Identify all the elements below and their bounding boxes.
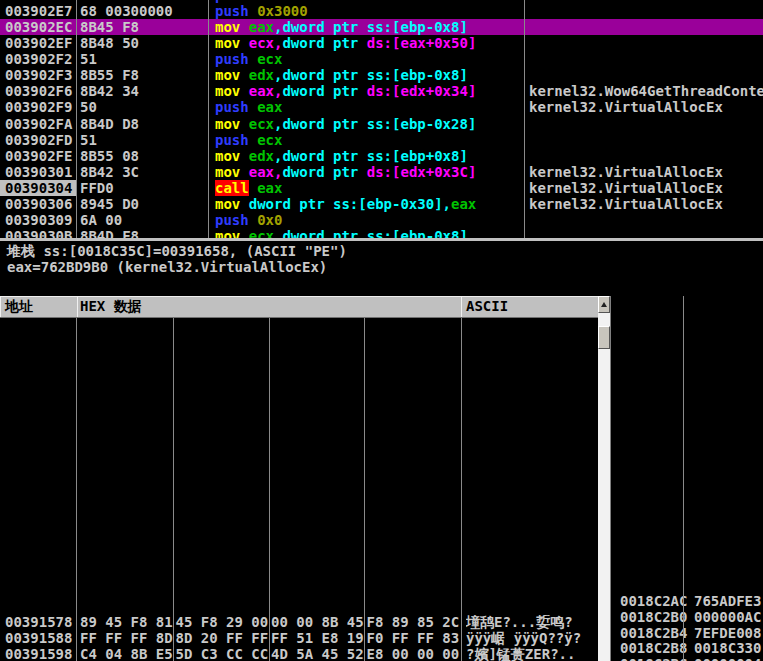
instruction-comment: kernel32.VirtualAllocEx bbox=[529, 196, 763, 212]
dump-hex-group: 00 00 8B 45 bbox=[271, 615, 364, 631]
scroll-up-button[interactable] bbox=[598, 296, 610, 313]
instruction-address: 00390304 bbox=[5, 180, 72, 196]
instruction-opcodes: 8B45 F8 bbox=[80, 19, 139, 35]
instruction-text: mov edx,dword ptr ss:[ebp+0x8] bbox=[215, 148, 468, 164]
instruction-comment: kernel32.VirtualAllocEx bbox=[529, 99, 763, 115]
disasm-row[interactable]: 0039030B8B4D F8mov ecx,dword ptr ss:[ebp… bbox=[0, 228, 763, 238]
dump-hex-group: 5D C3 CC CC bbox=[176, 647, 269, 661]
dump-row[interactable]: 0039157889 45 F8 8145 F8 29 0000 00 8B 4… bbox=[0, 615, 598, 631]
hex-group-divider bbox=[269, 318, 270, 661]
instruction-opcodes: 8945 D0 bbox=[80, 196, 139, 212]
instruction-opcodes: 50 bbox=[80, 99, 97, 115]
disasm-row[interactable]: 003903068945 D0mov dword ptr ss:[ebp-0x3… bbox=[0, 196, 763, 212]
stack-address: 0018C2B8 bbox=[620, 641, 687, 657]
dump-hex-group: 4D 5A 45 52 bbox=[271, 647, 364, 661]
disassembly-pane: push003902E768 00300000push 0x3000003902… bbox=[0, 0, 763, 238]
instruction-address: 003902F2 bbox=[5, 51, 72, 67]
column-divider bbox=[524, 0, 525, 238]
instruction-address: 003902FA bbox=[5, 116, 72, 132]
disasm-row[interactable]: 003902FA8B4D D8mov ecx,dword ptr ss:[ebp… bbox=[0, 116, 763, 132]
stack-row[interactable]: 0018C2B47EFDE008 bbox=[611, 626, 763, 642]
dump-address: 00391578 bbox=[5, 615, 72, 631]
info-line-1: 堆栈 ss:[0018C35C]=00391658, (ASCII "PE") bbox=[7, 244, 347, 259]
disasm-row[interactable]: 003903096A 00push 0x0 bbox=[0, 212, 763, 228]
disasm-row[interactable]: 003902EF8B48 50mov ecx,dword ptr ds:[eax… bbox=[0, 35, 763, 51]
dump-hex-group: F8 89 85 2C bbox=[367, 615, 460, 631]
disasm-row[interactable]: 003902F950push eaxkernel32.VirtualAllocE… bbox=[0, 99, 763, 115]
instruction-address: 003902E7 bbox=[5, 3, 72, 19]
stack-row[interactable]: 0018C2BC00000004 bbox=[611, 657, 763, 661]
dump-address: 00391588 bbox=[5, 631, 72, 647]
dump-hex-group: 45 F8 29 00 bbox=[176, 615, 269, 631]
dump-header-ascii: ASCII bbox=[461, 296, 598, 318]
stack-row[interactable]: 0018C2AC765ADFE3 bbox=[611, 594, 763, 610]
hex-group-divider bbox=[173, 318, 174, 661]
instruction-text: mov eax,dword ptr ds:[edx+0x3C] bbox=[215, 164, 476, 180]
disasm-row[interactable]: 003903018B42 3Cmov eax,dword ptr ds:[edx… bbox=[0, 164, 763, 180]
dump-hex-group: 8D 20 FF FF bbox=[176, 631, 269, 647]
dump-hex-group: FF 51 E8 19 bbox=[271, 631, 364, 647]
instruction-opcodes: 8B4D D8 bbox=[80, 116, 139, 132]
dump-address: 00391598 bbox=[5, 647, 72, 661]
stack-address: 0018C2AC bbox=[620, 594, 687, 610]
disasm-row[interactable]: 003902F68B42 34mov eax,dword ptr ds:[edx… bbox=[0, 83, 763, 99]
instruction-address: 003902FD bbox=[5, 132, 72, 148]
stack-value: 7EFDE008 bbox=[694, 626, 761, 642]
dump-hex-group: FF FF FF 8D bbox=[80, 631, 173, 647]
instruction-opcodes: 8B55 08 bbox=[80, 148, 139, 164]
disasm-row[interactable]: 003902F251push ecx bbox=[0, 51, 763, 67]
disasm-row[interactable]: 003902E768 00300000push 0x3000 bbox=[0, 3, 763, 19]
stack-value: 765ADFE3 bbox=[694, 594, 761, 610]
instruction-opcodes: 68 00300000 bbox=[80, 3, 173, 19]
instruction-address: 003902EC bbox=[5, 19, 72, 35]
instruction-address: 003902F3 bbox=[5, 67, 72, 83]
dump-ascii: ÿÿÿ崌 ÿÿÿQ??ÿ? bbox=[466, 631, 597, 647]
instruction-text: mov ecx,dword ptr ds:[eax+0x50] bbox=[215, 35, 476, 51]
dump-row[interactable]: 00391588FF FF FF 8D8D 20 FF FFFF 51 E8 1… bbox=[0, 631, 598, 647]
stack-value: 000000AC bbox=[694, 610, 761, 626]
disasm-row[interactable]: 00390304FFD0call eaxkernel32.VirtualAllo… bbox=[0, 180, 763, 196]
stack-row[interactable]: 0018C2B80018C330 bbox=[611, 641, 763, 657]
instruction-text: mov edx,dword ptr ss:[ebp-0x8] bbox=[215, 67, 468, 83]
debugger-window: push003902E768 00300000push 0x3000003902… bbox=[0, 0, 763, 661]
instruction-text: mov dword ptr ss:[ebp-0x30],eax bbox=[215, 196, 476, 212]
stack-address: 0018C2B0 bbox=[620, 610, 687, 626]
dump-scrollbar[interactable] bbox=[598, 296, 611, 661]
instruction-text: push ecx bbox=[215, 51, 282, 67]
instruction-opcodes: 8B42 34 bbox=[80, 83, 139, 99]
disasm-row[interactable]: 003902EC8B45 F8mov eax,dword ptr ss:[ebp… bbox=[0, 19, 763, 35]
disasm-row[interactable]: 003902FE8B55 08mov edx,dword ptr ss:[ebp… bbox=[0, 148, 763, 164]
dump-ascii: ?嬪]锰蒉ZER?.. bbox=[466, 647, 597, 661]
instruction-opcodes: 51 bbox=[80, 51, 97, 67]
instruction-address: 00390309 bbox=[5, 212, 72, 228]
disasm-row[interactable]: 003902F38B55 F8mov edx,dword ptr ss:[ebp… bbox=[0, 67, 763, 83]
instruction-text: mov eax,dword ptr ss:[ebp-0x8] bbox=[215, 19, 468, 35]
info-pane[interactable]: 堆栈 ss:[0018C35C]=00391658, (ASCII "PE") … bbox=[0, 241, 763, 296]
hex-dump-pane: 地址 HEX 数据 ASCII 0039157889 45 F8 8145 F8… bbox=[0, 296, 598, 661]
dump-row[interactable]: 00391598C4 04 8B E55D C3 CC CC4D 5A 45 5… bbox=[0, 647, 598, 661]
instruction-opcodes: 8B42 3C bbox=[80, 164, 139, 180]
instruction-text: call eax bbox=[215, 180, 282, 196]
instruction-address: 003902FE bbox=[5, 148, 72, 164]
dump-header-address: 地址 bbox=[0, 296, 82, 318]
dump-hex-group: F0 FF FF 83 bbox=[367, 631, 460, 647]
stack-row[interactable]: 0018C2B0000000AC bbox=[611, 610, 763, 626]
stack-address: 0018C2B4 bbox=[620, 626, 687, 642]
disasm-row[interactable]: 003902FD51push ecx bbox=[0, 132, 763, 148]
column-divider bbox=[683, 296, 684, 661]
column-divider bbox=[76, 318, 77, 661]
stack-value: 0018C330 bbox=[694, 641, 761, 657]
instruction-opcodes: 6A 00 bbox=[80, 212, 122, 228]
info-line-2: eax=762BD9B0 (kernel32.VirtualAllocEx) bbox=[7, 260, 327, 275]
instruction-opcodes: 8B55 F8 bbox=[80, 67, 139, 83]
stack-value: 00000004 bbox=[694, 657, 761, 661]
instruction-comment: kernel32.VirtualAllocEx bbox=[529, 180, 763, 196]
instruction-text: mov ecx,dword ptr ss:[ebp-0x28] bbox=[215, 116, 476, 132]
scroll-up-icon bbox=[601, 302, 607, 307]
column-divider bbox=[208, 0, 209, 238]
dump-hex-group: E8 00 00 00 bbox=[367, 647, 460, 661]
instruction-address: 00390306 bbox=[5, 196, 72, 212]
instruction-text: mov ecx,dword ptr ss:[ebp-0x8] bbox=[215, 228, 468, 238]
dump-ascii: 墥鸹E?...娎鸣? bbox=[466, 615, 597, 631]
scrollbar-thumb[interactable] bbox=[598, 326, 610, 349]
